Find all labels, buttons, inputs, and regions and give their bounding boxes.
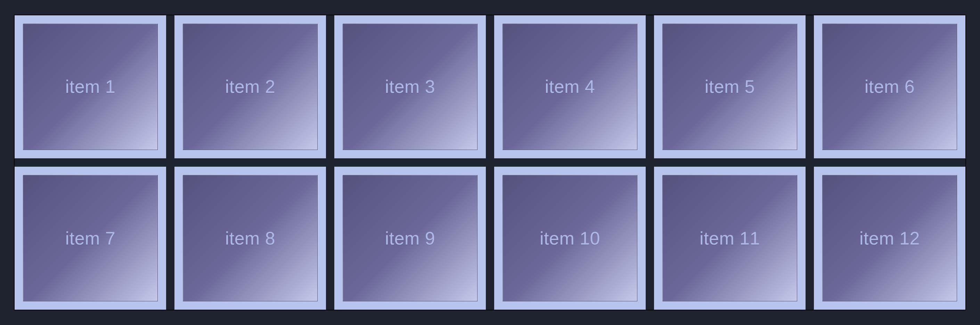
grid-item-inner: item 5 [662, 24, 797, 150]
grid-item-label: item 3 [385, 76, 436, 97]
grid-item-inner: item 3 [343, 24, 477, 150]
grid-item[interactable]: item 9 [334, 167, 486, 310]
grid-item[interactable]: item 4 [494, 15, 646, 158]
grid-item-label: item 2 [225, 76, 275, 97]
grid-item[interactable]: item 1 [14, 15, 166, 158]
grid-item-inner: item 2 [183, 24, 318, 150]
grid-item-inner: item 6 [822, 24, 957, 150]
grid-item-inner: item 10 [503, 175, 637, 301]
grid-item-inner: item 9 [343, 175, 477, 301]
grid-item[interactable]: item 8 [175, 167, 326, 310]
grid-item-inner: item 1 [23, 24, 158, 150]
grid-item-label: item 5 [705, 76, 755, 97]
grid-item-label: item 8 [225, 228, 275, 249]
grid-item[interactable]: item 12 [814, 167, 966, 310]
grid-container: item 1 item 2 item 3 item 4 item 5 [14, 14, 966, 311]
item-grid: item 1 item 2 item 3 item 4 item 5 [14, 15, 966, 310]
grid-item-label: item 11 [700, 228, 760, 249]
grid-item-label: item 12 [859, 228, 920, 249]
grid-item-inner: item 11 [662, 175, 797, 301]
grid-item-inner: item 4 [503, 24, 637, 150]
grid-item-label: item 6 [865, 76, 915, 97]
grid-item-label: item 10 [540, 228, 600, 249]
grid-item-label: item 1 [65, 76, 116, 97]
grid-item-inner: item 8 [183, 175, 318, 301]
grid-item[interactable]: item 5 [654, 15, 805, 158]
grid-item-inner: item 7 [23, 175, 158, 301]
grid-item[interactable]: item 11 [654, 167, 805, 310]
grid-item[interactable]: item 2 [175, 15, 326, 158]
grid-item-label: item 7 [65, 228, 116, 249]
grid-item[interactable]: item 10 [494, 167, 646, 310]
grid-item-label: item 4 [545, 76, 595, 97]
grid-item[interactable]: item 7 [14, 167, 166, 310]
grid-item-inner: item 12 [822, 175, 957, 301]
grid-item[interactable]: item 6 [814, 15, 966, 158]
grid-item[interactable]: item 3 [334, 15, 486, 158]
grid-item-label: item 9 [385, 228, 436, 249]
